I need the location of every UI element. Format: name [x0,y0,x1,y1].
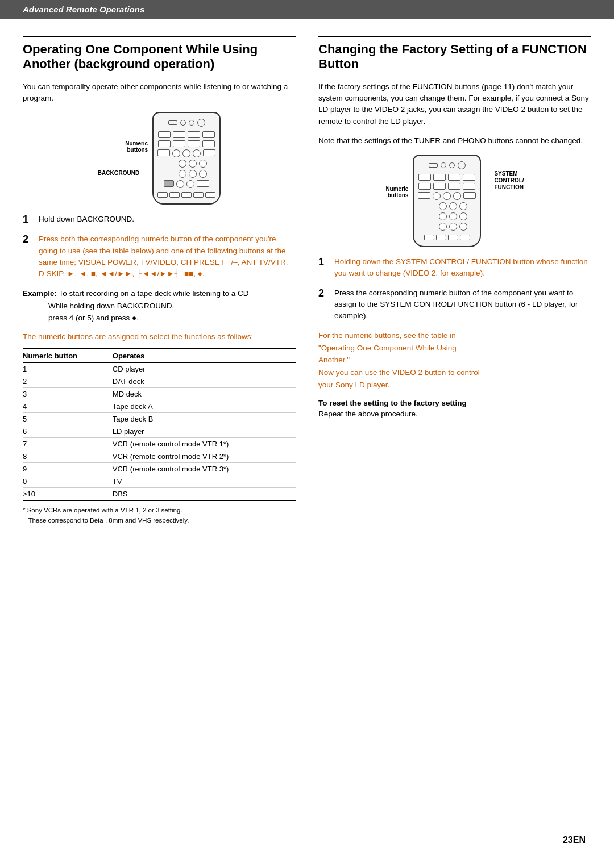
left-remote-wrap: Numericbuttons BACKGROUND [98,112,221,205]
r-transport-row [424,235,470,240]
right-remote-wrap: Numericbuttons [385,155,524,247]
tr-btn-2 [169,192,180,198]
btn-r2-4 [202,140,215,147]
tr-btn-3 [181,192,192,198]
r-step1-num: 1 [318,256,329,279]
btn-r2-1 [158,140,171,147]
btn-r4-c2 [189,160,197,168]
table-col2-header: Operates [113,349,296,363]
table-row: 9VCR (remote control mode VTR 3*) [23,463,296,475]
r-btn-r6-c3 [459,223,467,231]
btn-bg-r [197,180,209,187]
numeric-table: Numeric button Operates 1CD player2DAT d… [23,348,296,501]
table-cell-op: Tape deck A [113,400,296,413]
btn-row-5 [166,170,207,178]
btn-r3-c3 [193,149,201,157]
btn-r3-c2 [182,149,190,157]
background-label: BACKGROUND [98,170,139,176]
left-remote-diagram: Numericbuttons BACKGROUND [23,112,296,205]
r-btn-r3-left [418,192,430,199]
tr-btn-5 [205,192,215,198]
tr-btn-4 [193,192,204,198]
r-step1-text: Holding down the SYSTEM CONTROL/ FUNCTIO… [334,256,591,279]
table-cell-op: DBS [113,488,296,501]
right-para1: If the factory settings of the FUNCTION … [318,81,591,127]
system-control-label-row: SYSTEMCONTROL/FUNCTION [486,170,524,191]
r-btn-r5-c2 [449,212,457,220]
table-cell-num: 8 [23,450,113,463]
transport-row [157,192,215,198]
btn-r1-4 [202,131,215,138]
r-btn-r5-c1 [439,212,447,220]
table-cell-op: CD player [113,363,296,375]
reset-label-row: To reset the setting to the factory sett… [318,399,591,407]
table-row: 7VCR (remote control mode VTR 1*) [23,438,296,450]
right-section-title: Changing the Factory Setting of a FUNCTI… [318,36,591,72]
right-remote-diagram: Numericbuttons [318,155,591,247]
table-footnote: * Sony VCRs are operated with a VTR 1, 2… [23,506,296,525]
btn-r3-left [157,149,170,156]
step1-num: 1 [23,214,33,226]
r-step2-num: 2 [318,287,329,322]
r-btn-row-3 [418,192,476,200]
remote-led3 [197,119,205,127]
reset-text: Repeat the above procedure. [318,410,591,418]
table-cell-op: VCR (remote control mode VTR 1*) [113,438,296,450]
reset-label: To reset the setting to the factory sett… [318,399,467,407]
r-tr-btn-4 [460,235,470,240]
remote-sensor [168,120,177,125]
table-row: 2DAT deck [23,375,296,388]
r-btn-r1-2 [433,174,446,181]
table-row: 0TV [23,475,296,488]
right-orange-note: For the numeric buttons, see the table i… [318,329,591,391]
btn-r2-3 [188,140,200,147]
btn-row-bg [164,180,209,188]
btn-r2-2 [173,140,185,147]
table-cell-op: LD player [113,425,296,438]
left-section-title: Operating One Component While Using Anot… [23,36,296,72]
table-cell-op: VCR (remote control mode VTR 3*) [113,463,296,475]
r-btn-r2-3 [448,183,460,190]
header-bar: Advanced Remote Operations [0,0,614,19]
left-column: Operating One Component While Using Anot… [23,36,296,525]
r-tr-btn-1 [424,235,434,240]
remote-led1 [180,120,186,126]
table-cell-op: TV [113,475,296,488]
table-row: 4Tape deck A [23,400,296,413]
table-cell-num: 3 [23,388,113,400]
example-block: Example: To start recording on a tape de… [23,287,296,324]
r-tr-btn-3 [448,235,458,240]
r-btn-row-4 [426,202,467,210]
step1-text: Hold down BACKGROUND. [39,214,134,226]
table-row: >10DBS [23,488,296,501]
numeric-buttons-label: Numericbuttons [125,140,148,153]
btn-row-1 [158,131,215,138]
table-row: 8VCR (remote control mode VTR 2*) [23,450,296,463]
btn-row-2 [158,140,215,147]
background-button [164,180,174,187]
right-remote-body [413,155,481,247]
table-col1-header: Numeric button [23,349,113,363]
btn-r3-right [203,149,215,156]
r-btn-r5-c3 [459,212,467,220]
table-row: 5Tape deck B [23,413,296,425]
left-step-1: 1 Hold down BACKGROUND. [23,214,296,226]
r-step2-text: Press the corresponding numeric button o… [334,287,591,322]
right-remote-right-labels: SYSTEMCONTROL/FUNCTION [486,155,524,191]
btn-row-3 [157,149,215,157]
system-control-label: SYSTEMCONTROL/FUNCTION [494,170,524,191]
left-remote-labels: Numericbuttons BACKGROUND [98,140,148,176]
left-orange-note: The numeric buttons are assigned to sele… [23,331,296,343]
btn-r4-c3 [199,160,207,168]
r-remote-led2 [449,162,455,168]
table-cell-num: 7 [23,438,113,450]
r-btn-r3-c2 [443,192,451,200]
r-btn-r4-c3 [459,202,467,210]
system-arrow-line [486,181,492,181]
step2-num: 2 [23,233,33,279]
table-cell-op: DAT deck [113,375,296,388]
r-btn-row-6 [426,223,467,231]
table-cell-num: 4 [23,400,113,413]
r-btn-r1-1 [418,174,431,181]
r-btn-row-1 [418,174,475,181]
